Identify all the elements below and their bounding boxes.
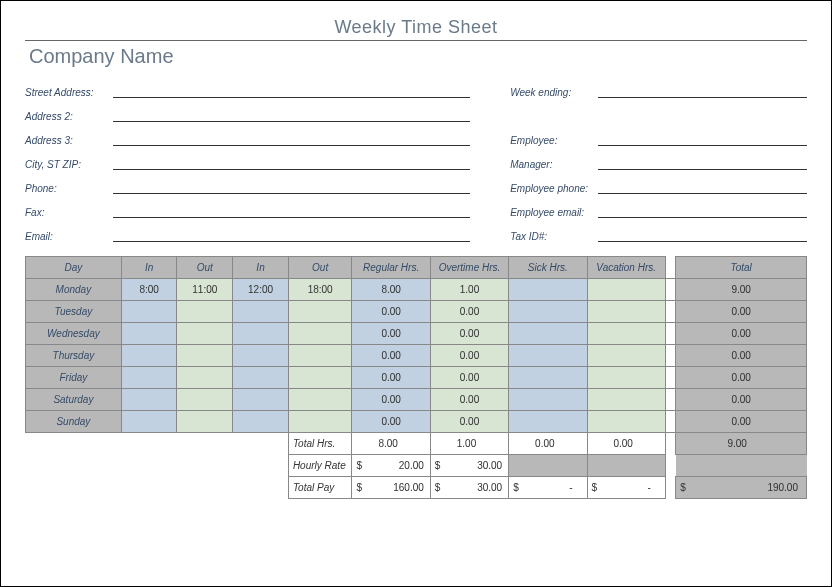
field-line[interactable] [113, 158, 470, 170]
info-row: Manager: [510, 152, 807, 170]
cell-out1[interactable]: 11:00 [177, 279, 233, 301]
field-line[interactable] [598, 134, 807, 146]
cell-in1[interactable] [121, 411, 177, 433]
cell-in1[interactable] [121, 345, 177, 367]
cell-in1[interactable]: 8:00 [121, 279, 177, 301]
cell-total: 0.00 [676, 323, 807, 345]
cell-day: Tuesday [26, 301, 122, 323]
totalhrs-sick: 0.00 [509, 433, 587, 455]
gap-cell [665, 345, 675, 367]
label-email: Email: [25, 231, 113, 242]
cell-out1[interactable] [177, 345, 233, 367]
cell-out2[interactable] [288, 389, 352, 411]
info-row: Employee: [510, 128, 807, 146]
cell-total: 9.00 [676, 279, 807, 301]
info-right-col: Week ending: Employee: Manager: Employee… [510, 80, 807, 242]
field-line[interactable] [598, 182, 807, 194]
cell-out1[interactable] [177, 411, 233, 433]
cell-in2[interactable] [233, 411, 289, 433]
cell-vac[interactable] [587, 367, 665, 389]
field-line[interactable] [113, 182, 470, 194]
row-total-hrs: Total Hrs. 8.00 1.00 0.00 0.00 9.00 [26, 433, 807, 455]
cell-out1[interactable] [177, 389, 233, 411]
totalhrs-ot: 1.00 [430, 433, 508, 455]
table-row: Monday8:0011:0012:0018:008.001.009.00 [26, 279, 807, 301]
field-line[interactable] [113, 86, 470, 98]
cell-in1[interactable] [121, 301, 177, 323]
totalhrs-vac: 0.00 [587, 433, 665, 455]
cell-out1[interactable] [177, 367, 233, 389]
cell-reg: 0.00 [352, 323, 430, 345]
cell-sick[interactable] [509, 367, 587, 389]
th-reg: Regular Hrs. [352, 257, 430, 279]
cell-sick[interactable] [509, 389, 587, 411]
cell-reg: 0.00 [352, 389, 430, 411]
cell-in1[interactable] [121, 389, 177, 411]
cell-in1[interactable] [121, 323, 177, 345]
cell-day: Friday [26, 367, 122, 389]
cell-vac[interactable] [587, 345, 665, 367]
cell-vac[interactable] [587, 279, 665, 301]
rate-ot[interactable]: $30.00 [430, 455, 508, 477]
cell-out2[interactable] [288, 345, 352, 367]
cell-in1[interactable] [121, 367, 177, 389]
cell-ot: 0.00 [430, 367, 508, 389]
cell-out2[interactable] [288, 323, 352, 345]
cell-out2[interactable] [288, 301, 352, 323]
gap-cell [665, 433, 675, 455]
rate-sick [509, 455, 587, 477]
label-empphone: Employee phone: [510, 183, 598, 194]
cell-ot: 0.00 [430, 301, 508, 323]
cell-out1[interactable] [177, 301, 233, 323]
cell-in2[interactable]: 12:00 [233, 279, 289, 301]
cell-sick[interactable] [509, 279, 587, 301]
cell-day: Thursday [26, 345, 122, 367]
cell-sick[interactable] [509, 411, 587, 433]
rate-reg[interactable]: $20.00 [352, 455, 430, 477]
cell-sick[interactable] [509, 323, 587, 345]
table-row: Saturday0.000.000.00 [26, 389, 807, 411]
cell-sick[interactable] [509, 345, 587, 367]
cell-out2[interactable] [288, 367, 352, 389]
field-line[interactable] [113, 206, 470, 218]
pay-ot: $30.00 [430, 477, 508, 499]
field-line[interactable] [598, 86, 807, 98]
gap-cell [665, 301, 675, 323]
cell-ot: 0.00 [430, 389, 508, 411]
cell-out1[interactable] [177, 323, 233, 345]
cell-vac[interactable] [587, 323, 665, 345]
field-line[interactable] [113, 230, 470, 242]
cell-in2[interactable] [233, 345, 289, 367]
cell-in2[interactable] [233, 367, 289, 389]
th-ot: Overtime Hrs. [430, 257, 508, 279]
cell-vac[interactable] [587, 411, 665, 433]
cell-reg: 8.00 [352, 279, 430, 301]
cell-out2[interactable]: 18:00 [288, 279, 352, 301]
cell-in2[interactable] [233, 301, 289, 323]
label-hourly-rate: Hourly Rate [288, 455, 352, 477]
gap-cell [665, 411, 675, 433]
cell-vac[interactable] [587, 389, 665, 411]
cell-day: Wednesday [26, 323, 122, 345]
field-line[interactable] [598, 206, 807, 218]
cell-in2[interactable] [233, 389, 289, 411]
cell-in2[interactable] [233, 323, 289, 345]
field-line[interactable] [598, 230, 807, 242]
gap-cell [665, 455, 675, 477]
cell-sick[interactable] [509, 301, 587, 323]
info-row: Email: [25, 224, 470, 242]
info-left-col: Street Address: Address 2: Address 3: Ci… [25, 80, 470, 242]
field-line[interactable] [113, 110, 470, 122]
label-total-pay: Total Pay [288, 477, 352, 499]
label-phone: Phone: [25, 183, 113, 194]
row-total-pay: Total Pay $160.00 $30.00 $- $- $190.00 [26, 477, 807, 499]
th-out1: Out [177, 257, 233, 279]
th-vac: Vacation Hrs. [587, 257, 665, 279]
th-out2: Out [288, 257, 352, 279]
cell-out2[interactable] [288, 411, 352, 433]
field-line[interactable] [598, 158, 807, 170]
cell-vac[interactable] [587, 301, 665, 323]
label-address2: Address 2: [25, 111, 113, 122]
label-manager: Manager: [510, 159, 598, 170]
field-line[interactable] [113, 134, 470, 146]
